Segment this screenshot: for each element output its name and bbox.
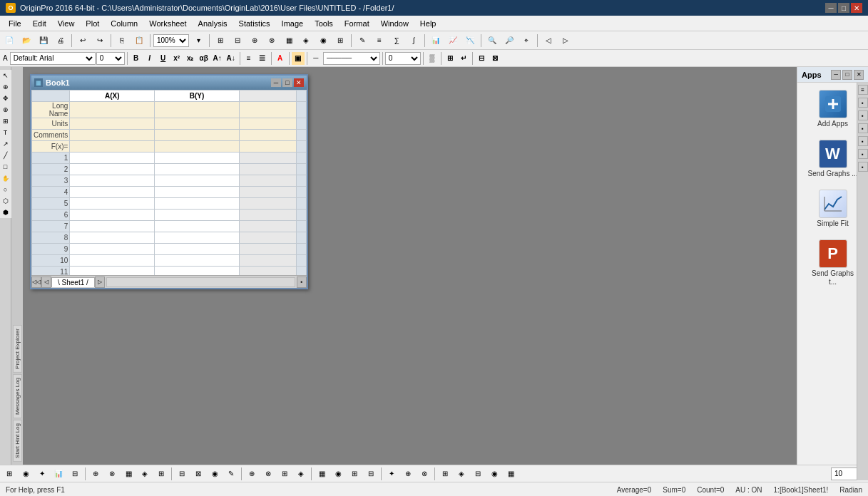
maximize-button[interactable]: □ bbox=[838, 3, 849, 13]
cell-b-units[interactable] bbox=[155, 118, 240, 130]
sheet-hscroll-btn[interactable]: ▪ bbox=[297, 277, 307, 288]
print-button[interactable]: 🖨 bbox=[53, 33, 68, 48]
tb-btn-e[interactable]: ▦ bbox=[281, 33, 297, 48]
cell-a-fx[interactable] bbox=[70, 141, 155, 153]
bt-btn-11[interactable]: ⊟ bbox=[174, 467, 190, 481]
cell-a-comments[interactable] bbox=[70, 130, 155, 141]
tb-btn-l[interactable]: ∫ bbox=[406, 33, 422, 48]
cell-a-2[interactable] bbox=[70, 164, 155, 175]
tb-btn-h[interactable]: ⊞ bbox=[332, 33, 348, 48]
menu-edit[interactable]: Edit bbox=[27, 16, 52, 31]
apps-mini-btn-2[interactable]: ▪ bbox=[858, 98, 868, 108]
pattern-button[interactable]: ▒ bbox=[426, 52, 439, 65]
line-tool[interactable]: ╱ bbox=[0, 150, 11, 161]
cell-b-comments[interactable] bbox=[155, 130, 240, 141]
italic-button[interactable]: I bbox=[143, 52, 156, 65]
cell-b-7[interactable] bbox=[155, 221, 240, 232]
tb-btn-i[interactable]: ✎ bbox=[354, 33, 370, 48]
close-button[interactable]: ✕ bbox=[851, 3, 862, 13]
cell-b-1[interactable] bbox=[155, 153, 240, 164]
sheet-scroll-left-start[interactable]: ◁◁ bbox=[31, 277, 41, 288]
cell-b-11[interactable] bbox=[155, 267, 240, 276]
font-color-button[interactable]: A bbox=[274, 52, 287, 65]
rect-tool[interactable]: □ bbox=[0, 161, 11, 172]
ellipse-tool[interactable]: ○ bbox=[0, 184, 11, 195]
tb-btn-s[interactable]: ◁ bbox=[541, 33, 556, 48]
menu-analysis[interactable]: Analysis bbox=[193, 16, 233, 31]
zoom-select[interactable]: 100% 75% 150% bbox=[153, 34, 189, 47]
bt-btn-9[interactable]: ◈ bbox=[137, 467, 153, 481]
font-bigger-button[interactable]: A↑ bbox=[211, 52, 224, 65]
bt-btn-13[interactable]: ◉ bbox=[207, 467, 223, 481]
book1-minimize[interactable]: ─ bbox=[271, 78, 281, 87]
border-size-select[interactable]: 0 bbox=[385, 52, 421, 65]
bt-btn-10[interactable]: ⊞ bbox=[153, 467, 169, 481]
tb-btn-q[interactable]: 🔎 bbox=[501, 33, 517, 48]
bt-btn-18[interactable]: ◈ bbox=[293, 467, 309, 481]
cell-a-1[interactable] bbox=[70, 153, 155, 164]
tb-btn-m[interactable]: 📊 bbox=[428, 33, 444, 48]
font-family-select[interactable]: Default: Arial bbox=[10, 52, 96, 65]
cell-b-3[interactable] bbox=[155, 175, 240, 187]
apps-mini-btn-1[interactable]: ≡ bbox=[858, 85, 868, 95]
tb-btn-o[interactable]: 📉 bbox=[462, 33, 478, 48]
line-style-select[interactable]: ───── bbox=[323, 52, 380, 65]
cell-a-10[interactable] bbox=[70, 255, 155, 267]
bt-btn-29[interactable]: ◉ bbox=[486, 467, 502, 481]
merge-button[interactable]: ⊞ bbox=[444, 52, 456, 65]
app-item-simple-fit[interactable]: Simple Fit bbox=[805, 187, 862, 231]
tb-btn-p[interactable]: 🔍 bbox=[484, 33, 500, 48]
book1-close[interactable]: ✕ bbox=[294, 78, 304, 87]
text-tool[interactable]: T bbox=[0, 127, 11, 138]
special-char-button[interactable]: αβ bbox=[198, 52, 210, 65]
menu-window[interactable]: Window bbox=[375, 16, 414, 31]
bt-btn-4[interactable]: 📊 bbox=[51, 467, 66, 481]
undo-button[interactable]: ↩ bbox=[75, 33, 91, 48]
zoom-dropdown[interactable]: ▾ bbox=[190, 33, 206, 48]
book1-maximize[interactable]: □ bbox=[282, 78, 292, 87]
app-item-add-apps[interactable]: Add Apps bbox=[805, 87, 862, 131]
bt-btn-15[interactable]: ⊕ bbox=[244, 467, 260, 481]
bt-btn-26[interactable]: ⊞ bbox=[437, 467, 453, 481]
col-fmt-button[interactable]: ⊠ bbox=[489, 52, 501, 65]
messages-log-tab[interactable]: Messages Log bbox=[13, 374, 22, 418]
open-button[interactable]: 📂 bbox=[19, 33, 34, 48]
cell-b-longname[interactable] bbox=[155, 102, 240, 118]
bt-btn-25[interactable]: ⊗ bbox=[417, 467, 432, 481]
col-header-a[interactable]: A(X) bbox=[70, 91, 155, 102]
apps-mini-btn-3[interactable]: ▪ bbox=[858, 110, 868, 120]
tb-btn-r[interactable]: ⌖ bbox=[519, 33, 534, 48]
tb-btn-d[interactable]: ⊗ bbox=[264, 33, 280, 48]
sheet-scroll-right[interactable]: ▷ bbox=[95, 277, 105, 288]
polygon-tool[interactable]: ⬡ bbox=[0, 195, 11, 207]
bt-btn-24[interactable]: ⊕ bbox=[400, 467, 416, 481]
tb-btn-k[interactable]: ∑ bbox=[389, 33, 404, 48]
cell-b-9[interactable] bbox=[155, 244, 240, 255]
cell-b-fx[interactable] bbox=[155, 141, 240, 153]
bt-btn-16[interactable]: ⊗ bbox=[260, 467, 276, 481]
bt-btn-14[interactable]: ✎ bbox=[223, 467, 239, 481]
bt-btn-2[interactable]: ◉ bbox=[18, 467, 34, 481]
sheet-scroll-left[interactable]: ◁ bbox=[41, 277, 51, 288]
bt-btn-5[interactable]: ⊟ bbox=[67, 467, 83, 481]
apps-panel-float[interactable]: □ bbox=[842, 70, 852, 80]
save-button[interactable]: 💾 bbox=[36, 33, 51, 48]
arrow-tool[interactable]: ↗ bbox=[0, 138, 11, 150]
cell-b-10[interactable] bbox=[155, 255, 240, 267]
menu-file[interactable]: File bbox=[3, 16, 27, 31]
font-size-select[interactable]: 0 8 10 12 bbox=[96, 52, 125, 65]
cell-a-5[interactable] bbox=[70, 198, 155, 210]
menu-plot[interactable]: Plot bbox=[80, 16, 105, 31]
bt-btn-6[interactable]: ⊕ bbox=[88, 467, 103, 481]
tb-btn-g[interactable]: ◉ bbox=[315, 33, 331, 48]
cell-a-11[interactable] bbox=[70, 267, 155, 276]
copy-button[interactable]: ⎘ bbox=[114, 33, 130, 48]
bt-btn-12[interactable]: ⊠ bbox=[190, 467, 206, 481]
menu-image[interactable]: Image bbox=[276, 16, 310, 31]
col-header-b[interactable]: B(Y) bbox=[155, 91, 240, 102]
menu-format[interactable]: Format bbox=[339, 16, 375, 31]
sheet-hscroll-track[interactable] bbox=[106, 277, 295, 287]
cell-a-9[interactable] bbox=[70, 244, 155, 255]
apps-mini-btn-5[interactable]: ▪ bbox=[858, 136, 868, 146]
new-button[interactable]: 📄 bbox=[1, 33, 17, 48]
